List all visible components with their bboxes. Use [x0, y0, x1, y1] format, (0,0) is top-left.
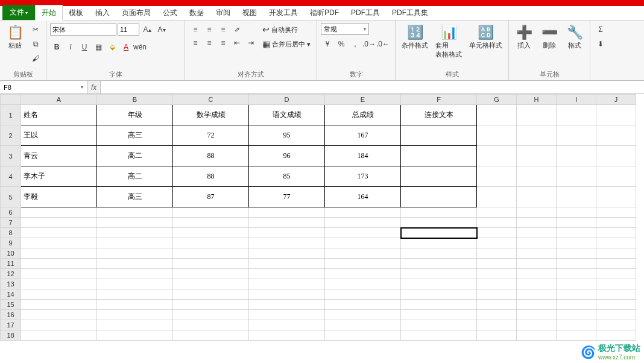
cell[interactable] — [596, 166, 636, 187]
cell[interactable] — [557, 330, 596, 341]
bold-button[interactable]: B — [50, 40, 63, 54]
align-bottom-button[interactable]: ≡ — [216, 23, 230, 36]
cell[interactable] — [21, 300, 97, 310]
cell[interactable] — [325, 238, 401, 248]
cell[interactable] — [325, 269, 401, 279]
cell[interactable] — [557, 125, 596, 146]
cell[interactable] — [249, 289, 325, 300]
fill-button[interactable]: ⬇ — [594, 37, 607, 51]
row-header[interactable]: 8 — [1, 228, 21, 238]
cell[interactable] — [173, 279, 249, 289]
cell[interactable] — [517, 248, 557, 259]
cell[interactable] — [249, 279, 325, 289]
cell[interactable] — [477, 248, 517, 259]
fill-color-button[interactable]: ⬙ — [106, 40, 119, 54]
align-right-button[interactable]: ≡ — [216, 36, 230, 49]
cell[interactable] — [557, 105, 596, 125]
font-name-input[interactable] — [50, 24, 116, 36]
row-header[interactable]: 10 — [1, 248, 21, 259]
cell[interactable] — [517, 146, 557, 166]
percent-button[interactable]: % — [335, 37, 348, 51]
number-format-combo[interactable]: 常规 — [321, 23, 369, 35]
wrap-text-button[interactable]: ↩自动换行 — [260, 23, 313, 36]
tab-insert[interactable]: 插入 — [89, 5, 116, 20]
currency-button[interactable]: ¥ — [321, 37, 334, 51]
cell[interactable] — [477, 125, 517, 146]
cell[interactable] — [596, 218, 636, 228]
cell[interactable] — [325, 218, 401, 228]
cell[interactable]: 77 — [249, 187, 325, 207]
cell[interactable] — [97, 330, 173, 341]
cell[interactable] — [401, 310, 477, 320]
cell[interactable]: 173 — [325, 166, 401, 187]
cell[interactable] — [401, 146, 477, 166]
row-header[interactable]: 11 — [1, 259, 21, 269]
cell[interactable] — [97, 289, 173, 300]
cell[interactable]: 85 — [249, 166, 325, 187]
cell[interactable] — [477, 320, 517, 330]
cell[interactable] — [21, 289, 97, 300]
merge-center-button[interactable]: ▦合并后居中▾ — [260, 37, 313, 51]
row-header[interactable]: 16 — [1, 310, 21, 320]
autosum-button[interactable]: Σ — [594, 23, 607, 36]
cell[interactable]: 语文成绩 — [249, 105, 325, 125]
cell[interactable] — [596, 330, 636, 341]
row-header[interactable]: 6 — [1, 207, 21, 218]
cell[interactable] — [173, 320, 249, 330]
spreadsheet-grid[interactable]: A B C D E F G H I J 1 姓名 年级 数学成绩 语文成绩 总成… — [0, 94, 636, 341]
cell[interactable]: 164 — [325, 187, 401, 207]
cell-selected[interactable] — [401, 228, 477, 238]
cell[interactable] — [557, 218, 596, 228]
cell[interactable] — [325, 279, 401, 289]
cell[interactable] — [477, 259, 517, 269]
grow-font-button[interactable]: A▴ — [140, 23, 154, 36]
cell[interactable] — [517, 289, 557, 300]
tab-file[interactable]: 文件 — [2, 5, 35, 20]
orientation-button[interactable]: ⇗ — [230, 23, 244, 36]
cond-format-button[interactable]: 🔢条件格式 — [399, 23, 431, 51]
cell[interactable]: 167 — [325, 125, 401, 146]
cell[interactable] — [325, 300, 401, 310]
cell[interactable] — [173, 259, 249, 269]
cell[interactable] — [596, 207, 636, 218]
cell[interactable] — [477, 310, 517, 320]
cell[interactable] — [21, 207, 97, 218]
font-size-input[interactable] — [118, 24, 139, 36]
col-header-F[interactable]: F — [401, 95, 477, 105]
cell[interactable] — [325, 320, 401, 330]
cell[interactable] — [596, 310, 636, 320]
cell[interactable] — [596, 105, 636, 125]
cell[interactable] — [173, 228, 249, 238]
cell[interactable] — [97, 259, 173, 269]
col-header-E[interactable]: E — [325, 95, 401, 105]
cell[interactable]: 88 — [173, 146, 249, 166]
comma-button[interactable]: , — [349, 37, 362, 51]
cell[interactable] — [401, 269, 477, 279]
cell[interactable] — [477, 105, 517, 125]
cell[interactable] — [517, 228, 557, 238]
cell[interactable] — [173, 289, 249, 300]
cell[interactable]: 年级 — [97, 105, 173, 125]
cell[interactable] — [557, 207, 596, 218]
cell[interactable] — [596, 300, 636, 310]
cell[interactable] — [557, 289, 596, 300]
cell[interactable] — [325, 228, 401, 238]
inc-decimal-button[interactable]: .0→ — [362, 37, 376, 51]
cell-style-button[interactable]: 🔠单元格样式 — [467, 23, 505, 51]
cell[interactable] — [325, 248, 401, 259]
cell[interactable] — [477, 146, 517, 166]
cell[interactable] — [596, 248, 636, 259]
cell[interactable] — [97, 279, 173, 289]
cell[interactable] — [173, 330, 249, 341]
cell[interactable] — [173, 218, 249, 228]
cell[interactable] — [477, 228, 517, 238]
cell[interactable] — [517, 259, 557, 269]
cell[interactable] — [596, 259, 636, 269]
cell[interactable] — [401, 300, 477, 310]
cell[interactable] — [401, 259, 477, 269]
row-header[interactable]: 18 — [1, 330, 21, 341]
cell[interactable] — [249, 330, 325, 341]
cell[interactable] — [517, 269, 557, 279]
cell[interactable]: 王以 — [21, 125, 97, 146]
tab-template[interactable]: 模板 — [63, 5, 89, 20]
